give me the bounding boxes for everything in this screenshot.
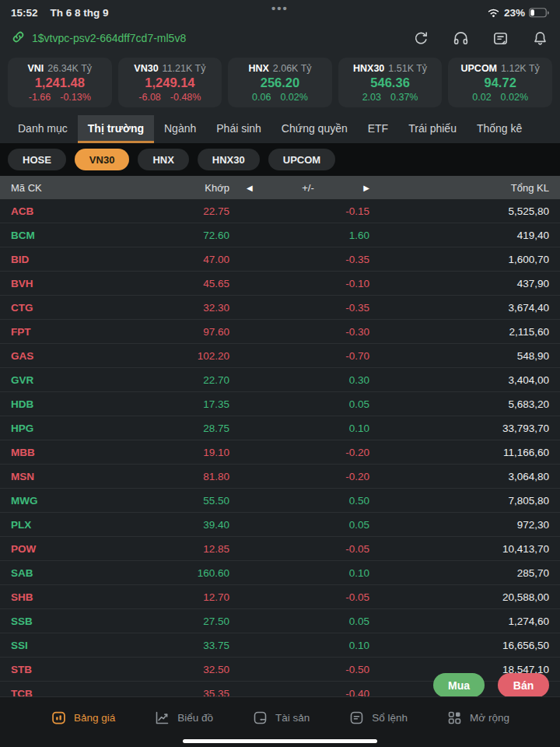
nav-item-mở-rộng[interactable]: Mở rộng bbox=[446, 710, 509, 726]
stock-symbol: SSI bbox=[11, 640, 73, 651]
tab-phái-sinh[interactable]: Phái sinh bbox=[206, 115, 271, 143]
stock-row-hdb[interactable]: HDB17.350.055,683,20 bbox=[0, 392, 560, 416]
stock-row-msn[interactable]: MSN81.80-0.203,064,80 bbox=[0, 465, 560, 489]
tab-danh-mục[interactable]: Danh mục bbox=[8, 115, 78, 143]
tab-trái-phiếu[interactable]: Trái phiếu bbox=[398, 115, 467, 143]
index-volume: 2.06K Tỷ bbox=[273, 63, 312, 74]
price-change: -0.15 bbox=[229, 205, 369, 217]
matched-price: 12.85 bbox=[73, 543, 229, 555]
index-change-pct: -0.13% bbox=[60, 92, 91, 103]
tab-thống-kê[interactable]: Thống kê bbox=[467, 115, 532, 143]
home-indicator[interactable] bbox=[183, 739, 377, 743]
total-volume: 3,064,80 bbox=[369, 471, 549, 482]
buy-button[interactable]: Mua bbox=[433, 673, 485, 697]
total-volume: 11,166,60 bbox=[369, 447, 549, 458]
total-volume: 10,413,70 bbox=[369, 543, 549, 555]
index-card-vni[interactable]: VNI26.34K Tỷ1,241.48-1.66-0.13% bbox=[8, 58, 112, 107]
price-change: -0.70 bbox=[229, 350, 369, 362]
tab-etf[interactable]: ETF bbox=[358, 115, 398, 143]
price-change: 0.10 bbox=[229, 567, 369, 579]
index-card-hnx30[interactable]: HNX301.51K Tỷ546.362.030.37% bbox=[338, 58, 443, 107]
index-card-vn30[interactable]: VN3011.21K Tỷ1,249.14-6.08-0.48% bbox=[118, 58, 222, 107]
orders-icon bbox=[348, 710, 365, 726]
headset-icon[interactable] bbox=[452, 30, 470, 47]
stock-symbol: PLX bbox=[11, 519, 73, 531]
nav-item-sổ-lệnh[interactable]: Sổ lệnh bbox=[348, 710, 408, 726]
index-card-upcom[interactable]: UPCOM1.12K Tỷ94.720.020.02% bbox=[448, 58, 552, 107]
stock-symbol: FPT bbox=[11, 326, 73, 338]
tab-ngành[interactable]: Ngành bbox=[154, 115, 206, 143]
bell-icon[interactable] bbox=[531, 30, 549, 47]
stock-symbol: HDB bbox=[11, 398, 73, 410]
filter-chip-hnx[interactable]: HNX bbox=[138, 149, 188, 170]
stock-row-bvh[interactable]: BVH45.65-0.10437,90 bbox=[0, 272, 560, 296]
matched-price: 35.35 bbox=[73, 688, 229, 697]
total-volume: 437,90 bbox=[369, 278, 549, 289]
stock-row-ssi[interactable]: SSI33.750.1016,656,50 bbox=[0, 633, 560, 658]
next-column-icon[interactable]: ▶ bbox=[363, 184, 369, 192]
stock-symbol: TCB bbox=[11, 688, 73, 697]
stock-row-fpt[interactable]: FPT97.60-0.302,115,60 bbox=[0, 320, 560, 344]
stock-row-ctg[interactable]: CTG32.30-0.353,674,40 bbox=[0, 296, 560, 320]
refresh-icon[interactable] bbox=[412, 30, 430, 47]
stock-symbol: MWG bbox=[11, 495, 73, 507]
tab-chứng-quyền[interactable]: Chứng quyền bbox=[271, 115, 358, 143]
stock-symbol: BCM bbox=[11, 230, 73, 241]
stock-symbol: GVR bbox=[11, 374, 73, 386]
total-volume: 3,404,00 bbox=[369, 374, 549, 386]
stock-table: ACB22.75-0.155,525,80BCM72.601.60419,40B… bbox=[0, 199, 560, 696]
stock-row-gvr[interactable]: GVR22.700.303,404,00 bbox=[0, 368, 560, 392]
stock-symbol: MBB bbox=[11, 447, 73, 458]
matched-price: 22.70 bbox=[73, 374, 229, 386]
filter-chip-vn30[interactable]: VN30 bbox=[75, 149, 130, 170]
feedback-icon[interactable] bbox=[492, 30, 509, 47]
column-change: +/- bbox=[302, 182, 314, 194]
total-volume: 419,40 bbox=[369, 230, 549, 241]
stock-row-mwg[interactable]: MWG55.500.507,805,80 bbox=[0, 489, 560, 513]
index-change: 2.03 bbox=[362, 92, 381, 103]
stock-symbol: GAS bbox=[11, 350, 73, 362]
stock-row-pow[interactable]: POW12.85-0.0510,413,70 bbox=[0, 537, 560, 561]
index-change: 0.02 bbox=[472, 92, 491, 103]
filter-chip-hose[interactable]: HOSE bbox=[8, 149, 66, 170]
stock-row-bcm[interactable]: BCM72.601.60419,40 bbox=[0, 223, 560, 247]
prev-column-icon[interactable]: ◀ bbox=[247, 184, 253, 192]
matched-price: 81.80 bbox=[73, 471, 229, 482]
market-filter-chips: HOSEVN30HNXHNX30UPCOM bbox=[0, 143, 560, 176]
index-change-pct: 0.37% bbox=[390, 92, 418, 103]
stock-row-sab[interactable]: SAB160.600.10285,70 bbox=[0, 561, 560, 585]
stock-row-plx[interactable]: PLX39.400.05972,30 bbox=[0, 513, 560, 537]
index-volume: 1.51K Tỷ bbox=[388, 63, 427, 74]
total-volume: 3,674,40 bbox=[369, 302, 549, 314]
nav-item-label: Biểu đồ bbox=[177, 712, 213, 724]
sell-button[interactable]: Bán bbox=[498, 673, 549, 697]
stock-row-hpg[interactable]: HPG28.750.1033,793,70 bbox=[0, 416, 560, 440]
index-volume: 11.21K Tỷ bbox=[163, 63, 206, 74]
filter-chip-upcom[interactable]: UPCOM bbox=[268, 149, 335, 170]
matched-price: 22.75 bbox=[73, 205, 229, 217]
stock-symbol: SSB bbox=[11, 615, 73, 627]
stock-symbol: BID bbox=[11, 254, 73, 265]
index-price: 1,241.48 bbox=[12, 75, 107, 90]
price-change: 0.30 bbox=[229, 374, 369, 386]
price-change: 0.10 bbox=[229, 423, 369, 434]
nav-item-bảng-giá[interactable]: Bảng giá bbox=[51, 710, 115, 726]
stock-row-gas[interactable]: GAS102.20-0.70548,90 bbox=[0, 344, 560, 368]
index-card-hnx[interactable]: HNX2.06K Tỷ256.200.060.02% bbox=[228, 58, 332, 107]
stock-row-mbb[interactable]: MBB19.10-0.2011,166,60 bbox=[0, 440, 560, 465]
nav-item-tài-sản[interactable]: Tài sản bbox=[252, 710, 310, 726]
stock-row-acb[interactable]: ACB22.75-0.155,525,80 bbox=[0, 199, 560, 223]
nav-item-biểu-đồ[interactable]: Biểu đồ bbox=[154, 710, 213, 726]
price-change: -0.05 bbox=[229, 591, 369, 603]
stock-row-shb[interactable]: SHB12.70-0.0520,588,00 bbox=[0, 585, 560, 609]
stock-row-ssb[interactable]: SSB27.500.051,274,60 bbox=[0, 609, 560, 633]
price-change: 0.10 bbox=[229, 640, 369, 651]
tab-thị-trường[interactable]: Thị trường bbox=[78, 115, 154, 143]
app-header: 1$vtvpc-psv2-664dff7cd7-ml5v8 bbox=[0, 22, 560, 54]
total-volume: 16,656,50 bbox=[369, 640, 549, 651]
filter-chip-hnx30[interactable]: HNX30 bbox=[198, 149, 260, 170]
stock-row-bid[interactable]: BID47.00-0.351,600,70 bbox=[0, 247, 560, 272]
battery-icon bbox=[529, 8, 549, 18]
stock-symbol: MSN bbox=[11, 471, 73, 482]
expand-icon bbox=[446, 710, 463, 726]
